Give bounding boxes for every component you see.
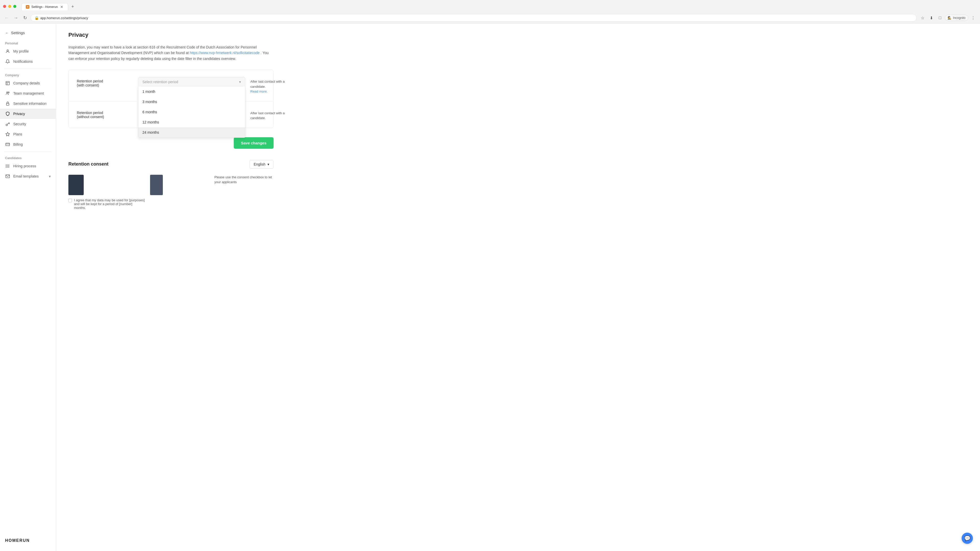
consent-preview-left: I agree that my data may be used for [pu…	[68, 175, 145, 210]
retention-without-consent-label: Retention period(without consent)	[77, 109, 133, 119]
active-tab[interactable]: H Settings - Homerun ✕	[21, 3, 68, 11]
option-6months[interactable]: 6 months	[138, 107, 245, 117]
option-1month[interactable]: 1 month	[138, 86, 245, 97]
lock-icon	[5, 101, 10, 106]
dropdown-arrow-icon: ▾	[239, 80, 241, 84]
sidebar-item-billing[interactable]: Billing	[0, 139, 56, 149]
sidebar-item-plans[interactable]: Plans	[0, 129, 56, 139]
privacy-label: Privacy	[13, 112, 25, 116]
new-tab-button[interactable]: +	[69, 3, 76, 11]
bookmark-button[interactable]: ☆	[919, 14, 926, 22]
sidebar-item-my-profile[interactable]: My profile	[0, 46, 56, 56]
divider-company-candidates	[4, 151, 52, 152]
save-changes-button[interactable]: Save changes	[234, 137, 274, 149]
tab-favicon: H	[26, 5, 29, 9]
language-dropdown[interactable]: English ▾	[249, 160, 274, 168]
company-section-label: Company	[0, 71, 56, 78]
svg-marker-6	[6, 132, 10, 136]
consent-tip-text: Please use the consent checkbox to let y…	[215, 175, 274, 210]
nvp-link[interactable]: https://www.nvp-hrnetwerk.nl/sollicitati…	[190, 51, 260, 55]
main-content: Privacy Inspiration, you may want to hav…	[56, 24, 980, 551]
language-value: English	[254, 162, 266, 166]
after-info-without-consent: After last contact with a candidate.	[250, 109, 291, 121]
plans-label: Plans	[13, 132, 22, 136]
bell-icon	[5, 59, 10, 64]
candidates-section-label: Candidates	[0, 154, 56, 161]
svg-rect-4	[6, 103, 9, 105]
consent-preview-right	[150, 175, 209, 210]
security-label: Security	[13, 122, 26, 126]
team-management-label: Team management	[13, 91, 44, 95]
sidebar: ← Settings Personal My profile Notificat…	[0, 24, 56, 551]
tab-bar: H Settings - Homerun ✕ +	[18, 2, 977, 11]
back-to-app[interactable]: ← Settings	[0, 29, 56, 39]
consent-checkbox-row: I agree that my data may be used for [pu…	[68, 198, 145, 210]
option-12months[interactable]: 12 months	[138, 117, 245, 127]
back-nav-button[interactable]: ←	[3, 14, 10, 21]
extension-button[interactable]: □	[936, 14, 944, 22]
team-icon	[5, 91, 10, 96]
sidebar-bottom: HOMERUN	[0, 534, 56, 547]
svg-point-13	[6, 167, 6, 168]
sidebar-item-privacy[interactable]: Privacy	[0, 109, 56, 119]
consent-right-preview	[150, 175, 163, 195]
sidebar-settings-title: Settings	[11, 30, 25, 35]
user-icon	[5, 49, 10, 54]
plans-icon	[5, 132, 10, 137]
window-controls	[3, 5, 16, 8]
list-icon	[5, 164, 10, 168]
svg-point-11	[6, 165, 6, 165]
notifications-label: Notifications	[13, 59, 33, 64]
retention-with-consent-row: Retention period(with consent) Select re…	[68, 70, 273, 102]
after-contact-text-1: After last contact with a candidate.	[250, 79, 285, 89]
back-arrow-icon: ←	[5, 30, 9, 35]
incognito-badge: 🕵 Incognito	[945, 15, 968, 21]
svg-point-0	[7, 50, 8, 51]
svg-point-5	[6, 124, 7, 126]
sidebar-item-team-management[interactable]: Team management	[0, 88, 56, 98]
app-layout: ← Settings Personal My profile Notificat…	[0, 24, 980, 551]
retention-consent-header: Retention consent English ▾	[68, 154, 274, 173]
toolbar-right: ☆ ⬇ □ 🕵 Incognito ⋮	[919, 14, 977, 22]
close-button[interactable]	[3, 5, 6, 8]
sidebar-item-hiring-process[interactable]: Hiring process	[0, 161, 56, 171]
sidebar-item-email-templates[interactable]: Email templates ▾	[0, 171, 56, 181]
sidebar-item-sensitive-info[interactable]: Sensitive information	[0, 98, 56, 109]
sidebar-item-company-details[interactable]: Company details	[0, 78, 56, 88]
download-button[interactable]: ⬇	[928, 14, 935, 22]
my-profile-label: My profile	[13, 49, 29, 53]
address-bar[interactable]: 🔒 app.homerun.co/settings/privacy	[30, 14, 917, 22]
retention-section: Retention period(with consent) Select re…	[68, 70, 274, 128]
menu-button[interactable]: ⋮	[969, 14, 977, 22]
tab-close-button[interactable]: ✕	[60, 5, 64, 9]
chat-bubble[interactable]: 💬	[962, 533, 973, 544]
company-details-label: Company details	[13, 81, 40, 85]
svg-point-12	[6, 166, 6, 166]
sidebar-item-security[interactable]: Security	[0, 119, 56, 129]
personal-section-label: Personal	[0, 39, 56, 46]
read-more-link[interactable]: Read more.	[250, 89, 268, 94]
minimize-button[interactable]	[8, 5, 11, 8]
svg-point-2	[6, 92, 8, 93]
after-contact-text-2: After last contact with a candidate.	[250, 111, 285, 120]
divider-personal-company	[4, 68, 52, 69]
option-3months[interactable]: 3 months	[138, 97, 245, 107]
consent-form-preview	[68, 175, 84, 195]
consent-checkbox[interactable]	[68, 199, 72, 202]
option-24months[interactable]: 24 months	[138, 127, 245, 138]
chat-icon: 💬	[964, 535, 970, 541]
retention-with-consent-label: Retention period(with consent)	[77, 77, 133, 87]
forward-nav-button[interactable]: →	[12, 14, 19, 21]
maximize-button[interactable]	[13, 5, 16, 8]
retention-with-consent-dropdown[interactable]: Select retention period ▾	[138, 77, 245, 86]
intro-text: Inspiration, you may want to have a look…	[68, 44, 274, 62]
incognito-label: Incognito	[953, 16, 966, 20]
retention-dropdown-menu: 1 month 3 months 6 months 12 months 24 m…	[138, 86, 245, 138]
sidebar-item-notifications[interactable]: Notifications	[0, 56, 56, 67]
reload-button[interactable]: ↻	[21, 14, 29, 21]
titlebar: H Settings - Homerun ✕ +	[0, 0, 980, 13]
page-title: Privacy	[68, 32, 274, 38]
address-bar-row: ← → ↻ 🔒 app.homerun.co/settings/privacy …	[0, 13, 980, 23]
consent-preview: I agree that my data may be used for [pu…	[68, 175, 274, 210]
consent-checkbox-text: I agree that my data may be used for [pu…	[74, 198, 145, 210]
